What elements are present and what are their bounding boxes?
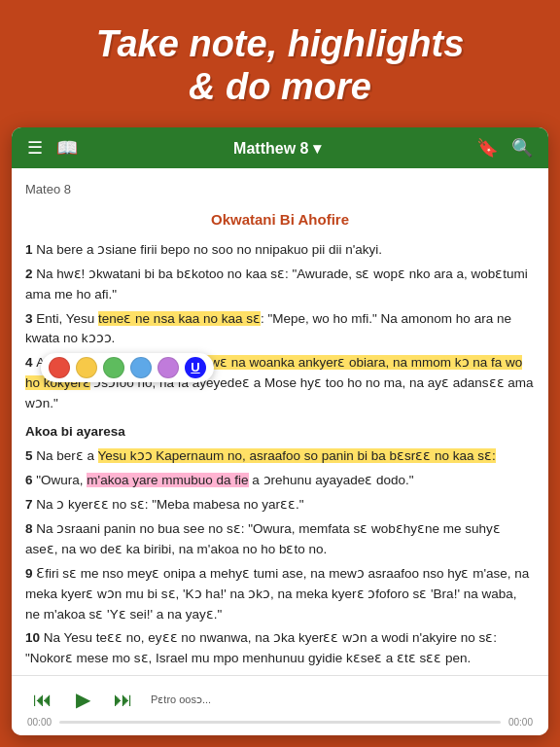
player-time-end: 00:00 (508, 717, 533, 728)
verse-text-6a: "Owura, (36, 473, 87, 487)
verse-10: 10 Na Yesu teɛɛ no, eyɛɛ no nwanwa, na ɔ… (25, 628, 535, 669)
chapter-title: Okwatani Bi Ahofire (25, 208, 535, 231)
verse-text-5a: Na berɛ a (36, 448, 97, 463)
player-progress-row: 00:00 00:00 (27, 717, 533, 728)
promo-title: Take note, highlights& do more (29, 23, 531, 108)
progress-bar[interactable] (59, 721, 501, 724)
chapter-label: Mateo 8 (25, 180, 535, 199)
verse-num-6: 6 (25, 473, 36, 487)
app-window: ☰ 📖 Matthew 8 ▾ 🔖 🔍 Mateo 8 Okwatani Bi … (12, 127, 548, 735)
verse-text-6b: a ɔrehunu ayayadeɛ dodo." (249, 473, 414, 487)
verse-5-highlight: Yesu kɔɔ Kapernaum no, asraafoo so panin… (98, 448, 496, 463)
color-blue[interactable] (130, 357, 152, 378)
verse-text-1: Na bere a ɔsiane firii bepo no soo no nn… (36, 242, 382, 257)
verse-num-9: 9 (25, 566, 36, 581)
verse-2: 2 Na hwɛ! ɔkwatani bi ba bɛkotoo no kaa … (25, 265, 535, 305)
player-time-start: 00:00 (27, 717, 52, 728)
verse-num-5: 5 (25, 448, 36, 463)
verse-text-8: Na ɔsraani panin no bua see no sɛ: "Owur… (25, 521, 501, 556)
verse-text-7: Na ɔ kyerɛɛ no sɛ: "Meba mabesa no yarɛɛ… (36, 497, 303, 512)
verse-text-3a: Enti, Yesu (36, 311, 98, 326)
rewind-button[interactable]: ⏮ (27, 687, 58, 713)
sub-heading-akoa: Akoa bi ayaresa (25, 422, 535, 443)
verse-3-highlight: teneɛ ne nsa kaa no kaa sɛ (98, 311, 261, 326)
verse-7: 7 Na ɔ kyerɛɛ no sɛ: "Meba mabesa no yar… (25, 495, 535, 516)
verse-num-10: 10 (25, 630, 44, 645)
nav-bar: ☰ 📖 Matthew 8 ▾ 🔖 🔍 (12, 127, 548, 168)
bible-content: Mateo 8 Okwatani Bi Ahofire 1 Na bere a … (12, 168, 548, 675)
underline-button[interactable]: U (185, 357, 206, 378)
verse-num-7: 7 (25, 497, 36, 512)
verse-6: 6 "Owura, m'akoa yare mmubuo da fie a ɔr… (25, 471, 535, 491)
color-green[interactable] (103, 357, 124, 378)
verse-num-8: 8 (25, 521, 36, 536)
verse-num-3: 3 (25, 311, 36, 326)
nav-title[interactable]: Matthew 8 ▾ (78, 139, 476, 158)
verse-11: 11 Na mese mo sɛ nnipa bɛbrɛɛ firi apuee… (25, 673, 535, 675)
player-track-text: Pɛtro oosɔ... (151, 694, 533, 706)
verse-8: 8 Na ɔsraani panin no bua see no sɛ: "Ow… (25, 519, 535, 560)
verse-text-10: Na Yesu teɛɛ no, eyɛɛ no nwanwa, na ɔka … (25, 630, 497, 665)
promo-banner: Take note, highlights& do more (0, 0, 560, 127)
forward-button[interactable]: ⏭ (108, 687, 139, 713)
book-icon[interactable]: 📖 (56, 137, 78, 159)
color-toolbar: U (41, 353, 214, 382)
nav-left-icons: ☰ 📖 (27, 137, 78, 159)
hamburger-icon[interactable]: ☰ (27, 137, 43, 159)
verse-num-2: 2 (25, 267, 36, 281)
color-purple[interactable] (158, 357, 179, 378)
verse-num-4: 4 (25, 355, 36, 370)
verse-6-highlight: m'akoa yare mmubuo da fie (87, 473, 248, 487)
verse-3: 3 Enti, Yesu teneɛ ne nsa kaa no kaa sɛ:… (25, 309, 535, 350)
media-player: ⏮ ▶ ⏭ Pɛtro oosɔ... 00:00 00:00 (12, 675, 548, 735)
verse-num-1: 1 (25, 242, 36, 257)
color-yellow[interactable] (76, 357, 97, 378)
verse-1: 1 Na bere a ɔsiane firii bepo no soo no … (25, 240, 535, 261)
verse-text-9: Ɛfiri sɛ me nso meyɛ onipa a mehyɛ tumi … (25, 566, 529, 622)
verse-9: 9 Ɛfiri sɛ me nso meyɛ onipa a mehyɛ tum… (25, 564, 535, 625)
search-icon[interactable]: 🔍 (511, 137, 533, 159)
nav-right-icons: 🔖 🔍 (476, 137, 533, 159)
color-red[interactable] (49, 357, 70, 378)
play-button[interactable]: ▶ (70, 686, 96, 713)
bookmark-icon[interactable]: 🔖 (476, 137, 498, 159)
verse-text-2: Na hwɛ! ɔkwatani bi ba bɛkotoo no kaa sɛ… (25, 267, 528, 302)
verse-5: 5 Na berɛ a Yesu kɔɔ Kapernaum no, asraa… (25, 446, 535, 467)
player-controls: ⏮ ▶ ⏭ Pɛtro oosɔ... (27, 686, 533, 713)
